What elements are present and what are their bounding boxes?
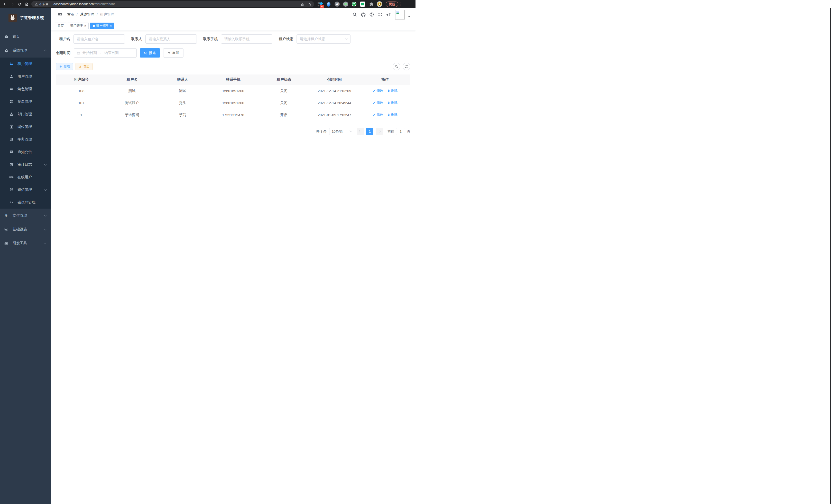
current-page[interactable]: 1 [366,128,373,135]
toggle-search-button[interactable] [393,63,400,70]
sidebar-menu: 首页系统管理租户管理用户管理角色管理菜单管理部门管理岗位管理字典管理通知公告审计… [0,27,51,250]
column-header: 租户状态 [258,75,309,85]
sidebar-item-home[interactable]: 首页 [0,30,51,44]
reset-button[interactable]: 重置 [163,48,183,58]
chevron-down-icon [44,228,47,230]
delete-link[interactable]: 删除 [387,100,398,105]
page-size-select[interactable]: 10条/页 [329,128,354,135]
sidebar-item-user-management[interactable]: 用户管理 [0,70,51,83]
address-bar[interactable]: 不安全 dashboard.yudao.iocoder.cn/system/te… [31,1,314,7]
tenant-name-input[interactable] [77,35,121,43]
extension-command-icon[interactable]: ⌘ [334,1,340,7]
extension-balloon-icon[interactable] [325,1,332,7]
search-form-row-1: 租户名 联系人 联系手机 租户状态 请选择租户状态 [56,34,410,44]
browser-extensions: 10 ⌘ Y [317,1,382,7]
column-header: 租户编号 [56,75,107,85]
sidebar-item-post-management[interactable]: 岗位管理 [0,120,51,133]
export-button[interactable]: 导出 [76,63,92,70]
tab-dept-management[interactable]: 部门管理× [68,23,89,29]
security-warning-icon[interactable] [34,2,38,6]
close-icon[interactable]: × [110,24,112,28]
mobile-input[interactable] [224,35,269,43]
bookmark-star-icon[interactable] [306,1,313,7]
browser-forward-icon[interactable] [9,1,16,7]
download-icon [79,65,82,68]
code-icon [9,200,13,205]
help-icon[interactable] [368,8,376,21]
extension-y-icon[interactable]: Y [351,1,357,7]
close-icon[interactable]: × [84,24,86,28]
pagination: 共 3 条 10条/页 1 前往 页 [56,128,410,135]
edit-link[interactable]: 修改 [373,100,383,105]
status-select[interactable]: 请选择租户状态 [296,34,350,44]
delete-link[interactable]: 删除 [387,113,398,117]
sidebar-item-role-management[interactable]: 角色管理 [0,83,51,95]
search-icon[interactable] [350,8,359,21]
app-logo[interactable]: 芋道管理系统 [0,8,51,27]
chrome-update-button[interactable]: 更新 [386,2,398,7]
delete-link[interactable]: 删除 [387,88,398,93]
next-page-button[interactable] [376,128,383,135]
extension-tampermonkey-icon[interactable]: 10 [317,1,323,7]
breadcrumb-item[interactable]: 系统管理 [80,12,94,17]
chrome-menu-icon[interactable] [401,2,401,6]
column-header: 联系手机 [208,75,258,85]
badge-icon [9,125,13,129]
sidebar-item-audit-log[interactable]: 审计日志 [0,158,51,171]
plus-icon [59,65,62,68]
chevron-down-icon [44,242,47,244]
sidebar-item-notice-announcement[interactable]: 通知公告 [0,146,51,158]
top-navbar: 首页/系统管理/租户管理 [51,8,416,21]
search-form-row-2: 创建时间 开始日期 - 结束日期 搜索 重置 [56,48,410,58]
breadcrumb-separator: / [96,12,98,17]
org-icon [9,112,13,116]
sidebar-toggle-icon[interactable] [57,12,63,18]
extension-recorder-icon[interactable] [343,1,349,7]
share-icon[interactable] [299,1,306,7]
tags-view: 首页部门管理×租户管理× [51,21,416,31]
browser-back-icon[interactable] [2,1,9,7]
date-start-placeholder: 开始日期 [83,51,97,55]
sidebar-item-system-management[interactable]: 系统管理 [0,44,51,58]
browser-reload-icon[interactable] [16,1,23,7]
online-icon [9,175,13,179]
sidebar-item-dev-tools[interactable]: 研发工具 [0,236,51,250]
tab-tenant-management[interactable]: 租户管理× [90,23,114,29]
github-icon[interactable] [359,8,368,21]
edit-link[interactable]: 修改 [373,113,383,117]
contact-input[interactable] [149,35,194,43]
goto-page-input[interactable] [396,128,405,135]
edit-link[interactable]: 修改 [373,88,383,93]
sidebar-item-dict-management[interactable]: 字典管理 [0,133,51,146]
sidebar-item-error-code-management[interactable]: 错误码管理 [0,196,51,209]
font-size-icon[interactable] [384,8,393,21]
trash-icon [387,89,390,92]
sidebar-item-online-users[interactable]: 在线用户 [0,171,51,183]
extension-chat-icon[interactable] [360,1,366,7]
prev-page-button[interactable] [357,128,364,135]
breadcrumb: 首页/系统管理/租户管理 [67,12,114,17]
announce-icon [9,150,13,154]
sidebar-item-menu-management[interactable]: 菜单管理 [0,95,51,108]
extension-emoji-icon[interactable] [376,1,382,7]
monitor-icon [4,227,8,232]
refresh-button[interactable] [403,63,410,70]
chevron-down-icon[interactable] [408,16,410,17]
sidebar-item-dept-management[interactable]: 部门管理 [0,108,51,120]
sidebar-item-infrastructure[interactable]: 基础设施 [0,223,51,236]
sidebar-item-payment-management[interactable]: ¥支付管理 [0,209,51,223]
tenant-name-label: 租户名 [56,37,74,41]
extension-puzzle-icon[interactable] [368,1,374,7]
tab-home[interactable]: 首页 [55,23,66,29]
sidebar-item-tenant-management[interactable]: 租户管理 [0,58,51,70]
sidebar-item-sms-management[interactable]: 短信管理 [0,183,51,196]
date-range-picker[interactable]: 开始日期 - 结束日期 [74,48,137,58]
browser-home-icon[interactable] [23,1,30,7]
add-button[interactable]: 新增 [56,63,73,70]
breadcrumb-item[interactable]: 首页 [67,12,74,17]
avatar[interactable] [395,10,405,20]
fullscreen-icon[interactable] [376,8,384,21]
search-button[interactable]: 搜索 [140,48,160,58]
toolbox-icon [4,241,8,245]
table-row: 1芋道源码芋艿17321315478开启2021-01-05 17:03:47修… [56,109,410,121]
